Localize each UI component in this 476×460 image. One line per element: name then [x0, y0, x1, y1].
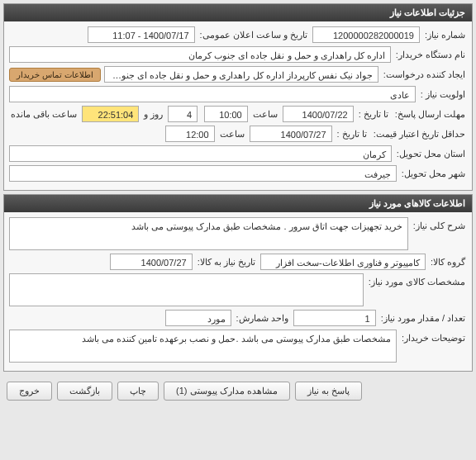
- to-date-label: تا تاریخ :: [357, 109, 390, 120]
- to-date-label-2: تا تاریخ :: [336, 129, 369, 140]
- need-date-label: تاریخ نیاز به کالا:: [196, 257, 257, 268]
- delivery-city-field: جیرفت: [9, 165, 397, 182]
- remain-label: ساعت باقی مانده: [9, 109, 79, 120]
- delivery-province-field: کرمان: [9, 145, 392, 162]
- min-validity-label: حداقل تاریخ اعتبار قیمت:: [372, 129, 467, 140]
- panel-header-need-details: جزئیات اطلاعات نیاز: [4, 4, 472, 21]
- buyer-contact-button[interactable]: اطلاعات تماس خریدار: [9, 68, 101, 82]
- unit-label: واحد شمارش:: [235, 313, 290, 324]
- delivery-city-label: شهر محل تحویل:: [400, 168, 467, 179]
- group-label: گروه کالا:: [429, 257, 467, 268]
- countdown-field: 22:51:04: [82, 106, 139, 122]
- attachments-button[interactable]: مشاهده مدارک پیوستی (1): [164, 382, 290, 401]
- deadline-date-field: 1400/07/22: [283, 106, 354, 122]
- qty-field: 1: [293, 310, 376, 326]
- item-spec-label: مشخصات کالای مورد نیاز:: [367, 273, 467, 287]
- desc-label: شرح کلی نیاز:: [412, 217, 467, 231]
- panel-header-items-info: اطلاعات کالاهای مورد نیاز: [4, 195, 472, 212]
- action-button-bar: پاسخ به نیاز مشاهده مدارک پیوستی (1) چاپ…: [0, 375, 476, 407]
- deadline-time-label: ساعت: [251, 109, 279, 120]
- group-field: کامپیوتر و فناوری اطلاعات-سخت افزار: [260, 254, 426, 270]
- creator-field: جواد نیک نفس کارپرداز اداره کل راهداری و…: [104, 66, 378, 83]
- days-remain-label: روز و: [142, 109, 164, 120]
- items-info-panel: اطلاعات کالاهای مورد نیاز شرح کلی نیاز: …: [3, 194, 473, 372]
- need-date-field: 1400/07/27: [110, 254, 193, 270]
- need-details-panel: جزئیات اطلاعات نیاز شماره نیاز: 12000002…: [3, 3, 473, 191]
- priority-field: عادی: [9, 86, 416, 102]
- back-button[interactable]: بازگشت: [57, 382, 112, 401]
- qty-label: تعداد / مقدار مورد نیاز:: [379, 313, 467, 324]
- delivery-province-label: استان محل تحویل:: [395, 149, 467, 159]
- pub-date-field: 1400/07/17 - 11:07: [88, 26, 195, 43]
- deadline-time-field: 10:00: [204, 106, 248, 122]
- respond-button[interactable]: پاسخ به نیاز: [295, 382, 362, 401]
- print-button[interactable]: چاپ: [117, 382, 159, 401]
- buyer-org-label: نام دستگاه خریدار:: [394, 50, 467, 60]
- creator-label: ایجاد کننده درخواست:: [382, 69, 467, 80]
- buyer-org-field: اداره کل راهداری و حمل و نقل جاده ای جنو…: [9, 46, 391, 63]
- buyer-notes-label: توضیحات خریدار:: [400, 330, 467, 344]
- min-validity-date-field: 1400/07/27: [250, 126, 332, 142]
- desc-field: [9, 217, 408, 250]
- item-spec-field: [9, 273, 364, 306]
- pub-date-label: تاریخ و ساعت اعلان عمومی:: [198, 30, 309, 40]
- min-validity-time-field: 12:00: [165, 126, 215, 142]
- unit-field: مورد: [165, 310, 231, 326]
- deadline-label: مهلت ارسال پاسخ:: [393, 109, 467, 120]
- buyer-notes-field: [9, 330, 397, 363]
- days-remain-field: 4: [168, 106, 198, 122]
- req-no-label: شماره نیاز:: [423, 30, 467, 40]
- exit-button[interactable]: خروج: [7, 382, 52, 401]
- priority-label: اولویت نیاز :: [419, 89, 467, 100]
- req-no-field: 1200000282000019: [312, 26, 420, 43]
- min-validity-time-label: ساعت: [218, 129, 246, 140]
